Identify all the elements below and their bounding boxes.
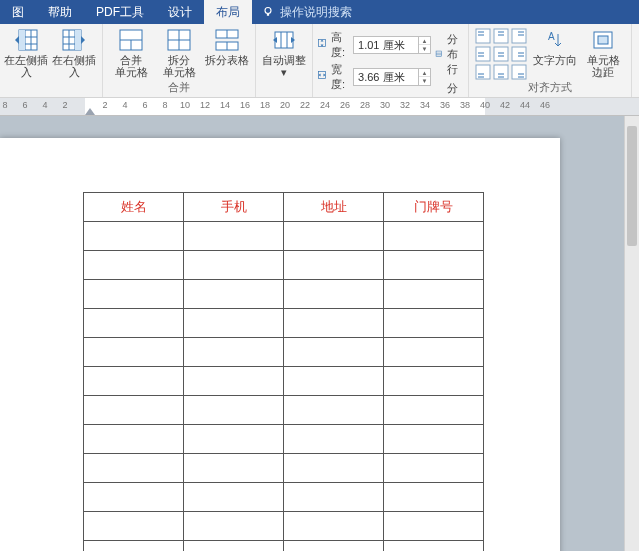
tab-design[interactable]: 设计 xyxy=(156,0,204,24)
svg-text:A: A xyxy=(548,31,555,42)
spinner-arrows[interactable]: ▲▼ xyxy=(418,37,430,53)
tab-view[interactable]: 图 xyxy=(0,0,36,24)
document-table[interactable]: 姓名手机地址门牌号 xyxy=(83,192,484,551)
table-cell[interactable] xyxy=(284,512,384,541)
table-cell[interactable] xyxy=(184,338,284,367)
text-direction-button[interactable]: A 文字方向 xyxy=(531,26,579,66)
svg-rect-41 xyxy=(512,29,526,43)
table-row[interactable] xyxy=(84,512,484,541)
table-cell[interactable] xyxy=(184,251,284,280)
table-cell[interactable] xyxy=(184,222,284,251)
table-cell[interactable] xyxy=(284,541,384,552)
insert-right-button[interactable]: 在右侧插入 xyxy=(50,26,98,78)
table-cell[interactable] xyxy=(284,280,384,309)
table-row[interactable] xyxy=(84,338,484,367)
cell-margins-button[interactable]: 单元格 边距 xyxy=(579,26,627,78)
table-row[interactable] xyxy=(84,309,484,338)
table-cell[interactable] xyxy=(84,396,184,425)
table-cell[interactable] xyxy=(384,309,484,338)
table-cell[interactable] xyxy=(184,425,284,454)
table-cell[interactable] xyxy=(284,454,384,483)
vertical-scrollbar[interactable] xyxy=(624,116,639,551)
table-cell[interactable] xyxy=(384,483,484,512)
table-cell[interactable] xyxy=(284,425,384,454)
align-tc-button[interactable] xyxy=(493,28,509,44)
table-cell[interactable] xyxy=(284,222,384,251)
distribute-rows-button[interactable]: 分布行 xyxy=(435,32,464,77)
table-header-cell[interactable]: 姓名 xyxy=(84,193,184,222)
align-bc-button[interactable] xyxy=(493,64,509,80)
table-cell[interactable] xyxy=(84,367,184,396)
table-cell[interactable] xyxy=(184,512,284,541)
align-mc-button[interactable] xyxy=(493,46,509,62)
table-cell[interactable] xyxy=(84,338,184,367)
table-row[interactable] xyxy=(84,541,484,552)
align-bl-button[interactable] xyxy=(475,64,491,80)
table-cell[interactable] xyxy=(184,367,284,396)
tab-help[interactable]: 帮助 xyxy=(36,0,84,24)
table-row[interactable] xyxy=(84,251,484,280)
scrollbar-thumb[interactable] xyxy=(627,126,637,246)
table-cell[interactable] xyxy=(284,367,384,396)
merge-cells-button[interactable]: 合并 单元格 xyxy=(107,26,155,78)
tell-me-search[interactable]: 操作说明搜索 xyxy=(252,0,362,24)
table-cell[interactable] xyxy=(284,309,384,338)
table-row[interactable] xyxy=(84,425,484,454)
align-tl-button[interactable] xyxy=(475,28,491,44)
table-row[interactable] xyxy=(84,222,484,251)
table-row[interactable] xyxy=(84,396,484,425)
table-cell[interactable] xyxy=(84,425,184,454)
autofit-button[interactable]: 自动调整 ▾ xyxy=(260,26,308,78)
table-cell[interactable] xyxy=(84,280,184,309)
table-row[interactable] xyxy=(84,367,484,396)
align-tr-button[interactable] xyxy=(511,28,527,44)
table-row[interactable] xyxy=(84,454,484,483)
table-cell[interactable] xyxy=(84,541,184,552)
spinner-arrows[interactable]: ▲▼ xyxy=(418,69,430,85)
table-cell[interactable] xyxy=(184,454,284,483)
table-cell[interactable] xyxy=(84,251,184,280)
align-mr-button[interactable] xyxy=(511,46,527,62)
table-cell[interactable] xyxy=(384,396,484,425)
insert-left-button[interactable]: 在左侧插入 xyxy=(2,26,50,78)
tab-pdf[interactable]: PDF工具 xyxy=(84,0,156,24)
table-cell[interactable] xyxy=(384,425,484,454)
table-cell[interactable] xyxy=(384,338,484,367)
table-cell[interactable] xyxy=(284,338,384,367)
table-cell[interactable] xyxy=(284,396,384,425)
table-cell[interactable] xyxy=(84,222,184,251)
table-header-cell[interactable]: 地址 xyxy=(284,193,384,222)
margin-marker-icon[interactable] xyxy=(85,108,95,115)
table-cell[interactable] xyxy=(84,454,184,483)
tab-layout[interactable]: 布局 xyxy=(204,0,252,24)
table-header-cell[interactable]: 手机 xyxy=(184,193,284,222)
table-cell[interactable] xyxy=(284,251,384,280)
table-cell[interactable] xyxy=(184,396,284,425)
distribute-cols-button[interactable]: 分布列 xyxy=(435,81,464,98)
table-cell[interactable] xyxy=(84,483,184,512)
table-cell[interactable] xyxy=(384,280,484,309)
table-cell[interactable] xyxy=(284,483,384,512)
table-cell[interactable] xyxy=(184,483,284,512)
height-spinner[interactable]: 1.01 厘米 ▲▼ xyxy=(353,36,431,54)
horizontal-ruler[interactable]: 8642246810121416182022242628303234363840… xyxy=(0,98,639,116)
split-cells-button[interactable]: 拆分 单元格 xyxy=(155,26,203,78)
table-row[interactable] xyxy=(84,483,484,512)
table-header-cell[interactable]: 门牌号 xyxy=(384,193,484,222)
width-spinner[interactable]: 3.66 厘米 ▲▼ xyxy=(353,68,431,86)
table-cell[interactable] xyxy=(184,280,284,309)
table-cell[interactable] xyxy=(384,367,484,396)
table-cell[interactable] xyxy=(384,454,484,483)
table-cell[interactable] xyxy=(384,512,484,541)
table-cell[interactable] xyxy=(184,541,284,552)
table-cell[interactable] xyxy=(184,309,284,338)
table-cell[interactable] xyxy=(384,222,484,251)
align-br-button[interactable] xyxy=(511,64,527,80)
table-cell[interactable] xyxy=(84,512,184,541)
table-row[interactable] xyxy=(84,280,484,309)
table-cell[interactable] xyxy=(384,541,484,552)
align-ml-button[interactable] xyxy=(475,46,491,62)
table-cell[interactable] xyxy=(384,251,484,280)
table-cell[interactable] xyxy=(84,309,184,338)
split-table-button[interactable]: 拆分表格 xyxy=(203,26,251,66)
